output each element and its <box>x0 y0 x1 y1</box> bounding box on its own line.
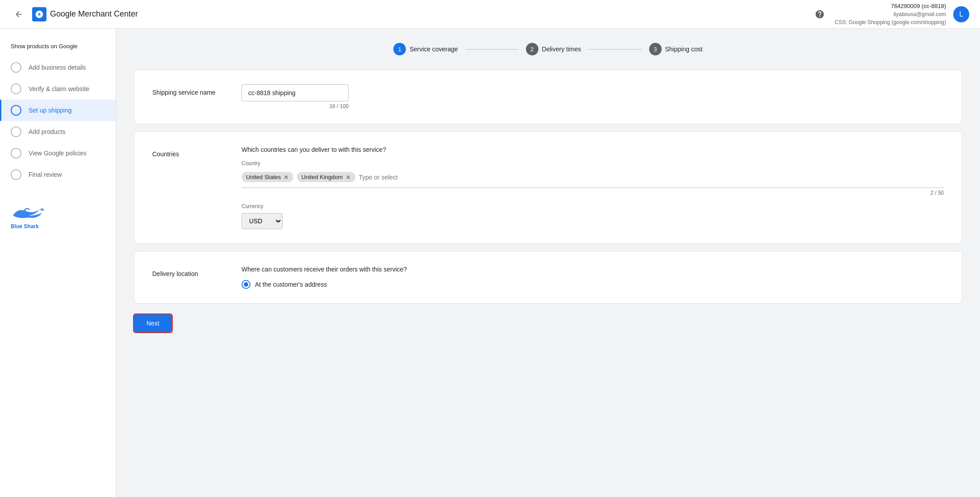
delivery-location-card: Delivery location Where can customers re… <box>134 251 962 304</box>
account-store: CSS: Google Shopping (google.com/shoppin… <box>835 18 947 26</box>
delivery-location-label: Delivery location <box>152 266 224 277</box>
tag-united-states-label: United States <box>246 174 281 180</box>
step-num-1: 1 <box>393 43 406 55</box>
countries-count: 2 / 50 <box>242 190 944 196</box>
step-item-3: 3 Shipping cost <box>649 43 703 55</box>
step-item-1: 1 Service coverage <box>393 43 458 55</box>
tags-input-row[interactable]: United States ✕ United Kingdom ✕ <box>242 170 944 188</box>
step-circle-5 <box>11 148 21 159</box>
shipping-name-field: 16 / 100 <box>242 84 944 109</box>
step-connector-2 <box>588 49 642 50</box>
step-circle-2 <box>11 84 21 94</box>
account-id: 764290009 (cc-8818) <box>835 2 947 11</box>
shipping-name-label: Shipping service name <box>152 84 224 96</box>
sidebar-item-label-6: Final review <box>29 171 62 178</box>
delivery-location-question: Where can customers receive their orders… <box>242 266 944 273</box>
step-connector-1 <box>465 49 519 50</box>
blue-shark-text: Blue Shark <box>11 223 105 230</box>
blue-shark-svg <box>11 203 46 221</box>
sidebar-item-label-4: Add products <box>29 128 66 135</box>
step-circle-3 <box>11 105 21 116</box>
blue-shark-logo: Blue Shark <box>0 196 116 237</box>
step-num-2: 2 <box>526 43 538 55</box>
sidebar-item-final-review[interactable]: Final review <box>0 164 116 185</box>
shipping-name-input[interactable] <box>242 84 349 101</box>
header-right: 764290009 (cc-8818) liyabousa@gmail.com … <box>812 2 970 27</box>
radio-row-customer-address[interactable]: At the customer's address <box>242 280 944 289</box>
sidebar-item-label-2: Verify & claim website <box>29 85 89 92</box>
shipping-name-char-count: 16 / 100 <box>242 103 349 109</box>
tag-united-kingdom-remove[interactable]: ✕ <box>346 174 351 180</box>
delivery-location-field: Where can customers receive their orders… <box>242 266 944 289</box>
currency-section: Currency USD GBP EUR CAD <box>242 203 944 229</box>
main-content: 1 Service coverage 2 Delivery times 3 Sh… <box>116 29 980 497</box>
tag-united-kingdom-label: United Kingdom <box>301 174 343 180</box>
radio-customer-address-label: At the customer's address <box>255 281 327 288</box>
tag-united-states-remove[interactable]: ✕ <box>284 174 289 180</box>
step-circle-6 <box>11 169 21 180</box>
step-label-2: Delivery times <box>542 46 581 53</box>
step-num-3: 3 <box>649 43 662 55</box>
radio-inner <box>244 282 248 287</box>
sidebar-item-verify-claim[interactable]: Verify & claim website <box>0 78 116 100</box>
user-avatar[interactable]: L <box>953 6 969 22</box>
account-email: liyabousa@gmail.com <box>835 10 947 18</box>
sidebar-item-view-google-policies[interactable]: View Google policies <box>0 142 116 164</box>
sidebar-item-add-business-details[interactable]: Add business details <box>0 57 116 78</box>
countries-card: Countries Which countries can you delive… <box>134 131 962 244</box>
sidebar-item-label-1: Add business details <box>29 64 86 71</box>
sidebar: Show products on Google Add business det… <box>0 29 116 497</box>
header-left: Google Merchant Center <box>11 6 138 22</box>
countries-label: Countries <box>152 146 224 158</box>
step-label-3: Shipping cost <box>665 46 703 53</box>
logo-icon <box>32 7 46 21</box>
delivery-location-row: Delivery location Where can customers re… <box>152 266 944 289</box>
app-name: Google Merchant Center <box>50 9 138 19</box>
step-circle-1 <box>11 62 21 73</box>
step-label-1: Service coverage <box>409 46 458 53</box>
main-layout: Show products on Google Add business det… <box>0 29 980 497</box>
countries-form-row: Countries Which countries can you delive… <box>152 146 944 229</box>
app-header: Google Merchant Center 764290009 (cc-881… <box>0 0 980 29</box>
country-search-input[interactable] <box>359 174 437 181</box>
app-logo: Google Merchant Center <box>32 7 138 21</box>
countries-question: Which countries can you deliver to with … <box>242 146 944 153</box>
currency-label: Currency <box>242 203 944 209</box>
currency-select[interactable]: USD GBP EUR CAD <box>242 213 283 229</box>
step-item-2: 2 Delivery times <box>526 43 581 55</box>
currency-wrapper[interactable]: USD GBP EUR CAD <box>242 213 283 229</box>
country-field-label: Country <box>242 160 944 167</box>
countries-field: Which countries can you deliver to with … <box>242 146 944 229</box>
sidebar-section-title: Show products on Google <box>0 39 116 57</box>
shipping-name-row: Shipping service name 16 / 100 <box>152 84 944 109</box>
button-row: Next <box>134 314 962 332</box>
steps-bar: 1 Service coverage 2 Delivery times 3 Sh… <box>134 43 962 55</box>
shipping-name-card: Shipping service name 16 / 100 <box>134 70 962 124</box>
radio-customer-address[interactable] <box>242 280 250 289</box>
tag-united-kingdom: United Kingdom ✕ <box>297 172 355 182</box>
account-info: 764290009 (cc-8818) liyabousa@gmail.com … <box>835 2 947 27</box>
sidebar-item-label-5: View Google policies <box>29 150 87 157</box>
step-circle-4 <box>11 126 21 137</box>
sidebar-item-label-3: Set up shipping <box>29 107 72 114</box>
help-button[interactable] <box>812 6 828 22</box>
sidebar-item-add-products[interactable]: Add products <box>0 121 116 142</box>
next-button[interactable]: Next <box>134 314 172 332</box>
tag-united-states: United States ✕ <box>242 172 293 182</box>
back-button[interactable] <box>11 6 27 22</box>
sidebar-item-set-up-shipping[interactable]: Set up shipping <box>0 100 116 121</box>
